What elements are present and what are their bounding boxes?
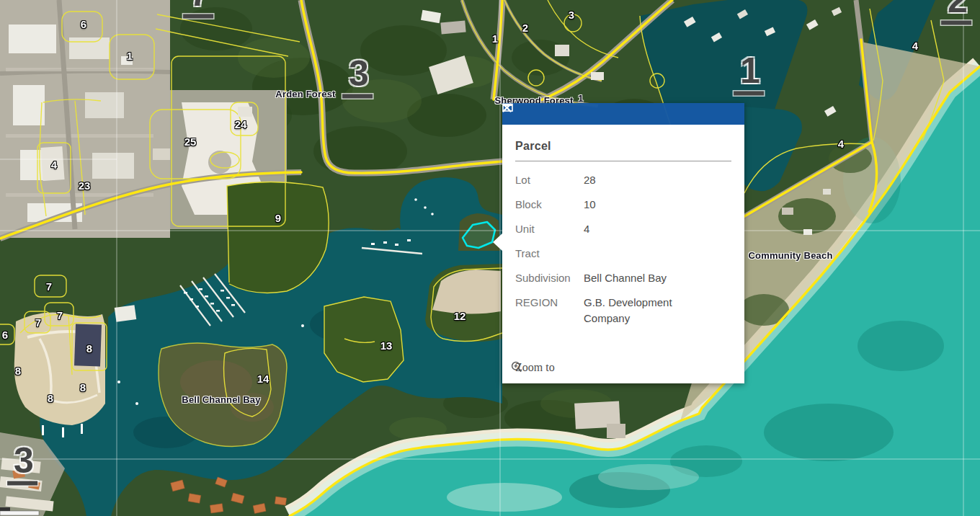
field-value: 4 [584,221,589,237]
parcel-field-row: Tract [515,246,731,262]
zoom-to-link[interactable]: Zoom to [511,361,555,374]
parcel-field-row: Block10 [515,197,731,213]
field-label: Unit [515,221,584,237]
satellite-map [0,0,980,516]
popup-title: Parcel [515,125,731,153]
field-value: 10 [584,197,596,213]
maximize-icon[interactable] [703,107,717,121]
close-icon[interactable] [723,107,738,121]
field-value: Bell Channel Bay [584,270,667,286]
parcel-fields: Lot28Block10Unit4TractSubdivisionBell Ch… [515,172,731,326]
parcel-field-row: SubdivisionBell Channel Bay [515,270,731,286]
parcel-field-row: REGIONG.B. Development Company [515,295,731,326]
popup-body: Parcel Lot28Block10Unit4TractSubdivision… [502,125,744,383]
parcel-field-row: Unit4 [515,221,731,237]
parcel-popup: Parcel Lot28Block10Unit4TractSubdivision… [502,103,744,383]
map-application: 6124254231234497776888812131473123Arden … [0,0,980,516]
popup-callout-arrow [493,233,502,251]
field-label: Block [515,197,584,213]
parcel-field-row: Lot28 [515,172,731,188]
popup-titlebar[interactable] [502,103,744,125]
field-value: G.B. Development Company [584,295,706,326]
popup-divider [515,161,731,161]
field-label: Lot [515,172,584,188]
field-value: 28 [584,172,596,188]
field-label: Tract [515,246,584,262]
field-label: Subdivision [515,270,584,286]
field-label: REGION [515,295,584,326]
